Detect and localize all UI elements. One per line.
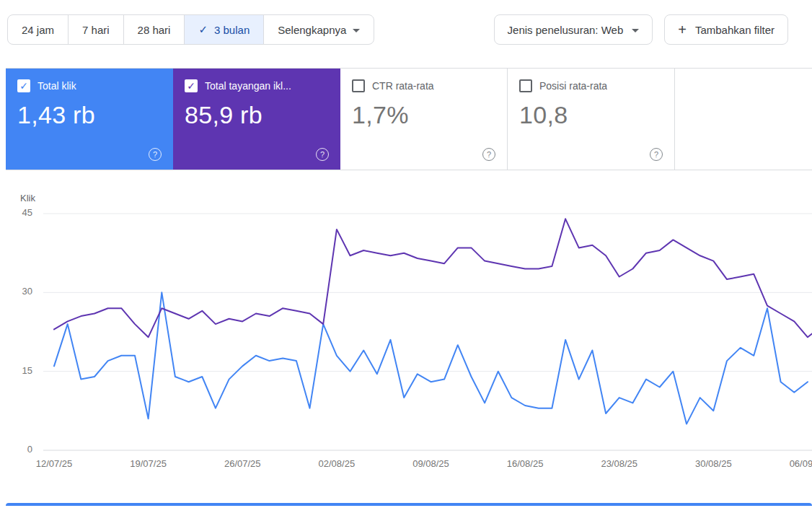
metric-label: Total klik (37, 80, 76, 92)
clicks-line (54, 292, 808, 424)
metric-value: 85,9 rb (185, 101, 329, 129)
check-icon: ✓ (198, 23, 208, 36)
metric-card-header: Posisi rata-rata (519, 79, 663, 92)
metric-value: 10,8 (519, 101, 663, 129)
x-tick-label: 12/07/25 (25, 458, 83, 469)
checkbox-checked[interactable]: ✓ (17, 79, 30, 92)
chevron-down-icon (353, 29, 360, 32)
metric-row-filler (675, 69, 812, 170)
metric-label: Posisi rata-rata (539, 80, 607, 92)
date-range-7-hari[interactable]: 7 hari (68, 14, 124, 45)
help-icon[interactable]: ? (482, 148, 495, 161)
metric-card-ctr-rata-rata[interactable]: CTR rata-rata 1,7% ? (340, 69, 508, 170)
x-tick-label: 19/07/25 (120, 458, 177, 469)
metric-card-total-klik[interactable]: ✓ Total klik 1,43 rb ? (6, 69, 173, 170)
metric-label: Total tayangan ikl... (205, 80, 291, 92)
search-type-label: Jenis penelusuran: Web (508, 24, 624, 36)
date-range-label: 28 hari (138, 24, 171, 36)
date-range-segmented-control: 24 jam 7 hari 28 hari ✓ 3 bulan Selengka… (7, 14, 374, 45)
search-type-dropdown[interactable]: Jenis penelusuran: Web (494, 14, 653, 45)
impressions-line (54, 219, 812, 337)
y-tick-label: 30 (11, 286, 32, 297)
metric-value: 1,43 rb (17, 101, 162, 129)
checkbox-checked[interactable]: ✓ (185, 79, 198, 92)
x-tick-label: 23/08/25 (591, 458, 648, 469)
date-range-label: 7 hari (82, 24, 110, 36)
check-icon: ✓ (187, 81, 195, 91)
metric-card-header: ✓ Total tayangan ikl... (185, 79, 329, 92)
add-filter-label: Tambahkan filter (695, 24, 775, 36)
x-tick-label: 16/08/25 (496, 458, 554, 469)
date-range-label: 24 jam (22, 24, 54, 36)
checkbox-unchecked[interactable] (519, 79, 532, 92)
y-axis-title: Klik (20, 193, 35, 203)
help-icon[interactable]: ? (149, 148, 162, 161)
performance-line-chart: Klik 015304512/07/2519/07/2526/07/2502/0… (0, 180, 812, 491)
chart-canvas (0, 180, 812, 483)
date-range-3-bulan-selected[interactable]: ✓ 3 bulan (184, 14, 264, 45)
filters-toolbar: 24 jam 7 hari 28 hari ✓ 3 bulan Selengka… (7, 14, 788, 45)
date-range-label: Selengkapnya (278, 24, 346, 36)
help-icon[interactable]: ? (650, 148, 663, 161)
plus-icon: + (678, 22, 687, 37)
help-icon[interactable]: ? (316, 148, 329, 161)
y-tick-label: 45 (11, 207, 32, 218)
date-range-selengkapnya-dropdown[interactable]: Selengkapnya (263, 14, 374, 45)
chevron-down-icon (632, 29, 639, 32)
metric-value: 1,7% (352, 101, 495, 129)
metric-card-header: CTR rata-rata (352, 79, 495, 92)
date-range-label: 3 bulan (214, 24, 250, 36)
date-range-24-jam[interactable]: 24 jam (7, 14, 69, 45)
checkbox-unchecked[interactable] (352, 79, 365, 92)
metric-card-header: ✓ Total klik (17, 79, 162, 92)
metric-card-posisi-rata-rata[interactable]: Posisi rata-rata 10,8 ? (508, 69, 675, 170)
search-console-performance-page: 24 jam 7 hari 28 hari ✓ 3 bulan Selengka… (0, 0, 812, 508)
metric-cards-row: ✓ Total klik 1,43 rb ? ✓ Total tayangan … (6, 68, 812, 170)
x-tick-label: 30/08/25 (684, 458, 742, 469)
check-icon: ✓ (19, 81, 28, 91)
x-tick-label: 02/08/25 (308, 458, 366, 469)
metric-label: CTR rata-rata (372, 80, 434, 92)
y-tick-label: 0 (11, 444, 32, 455)
x-tick-label: 09/08/25 (402, 458, 459, 469)
add-filter-button[interactable]: + Tambahkan filter (664, 14, 788, 45)
x-tick-label: 26/07/25 (213, 458, 271, 469)
y-tick-label: 15 (11, 365, 32, 376)
x-tick-label: 06/09/25 (779, 458, 812, 469)
next-panel-top-edge (6, 503, 812, 506)
date-range-28-hari[interactable]: 28 hari (123, 14, 185, 45)
toolbar-right-group: Jenis penelusuran: Web + Tambahkan filte… (494, 14, 788, 45)
metric-card-total-tayangan[interactable]: ✓ Total tayangan ikl... 85,9 rb ? (173, 69, 340, 170)
